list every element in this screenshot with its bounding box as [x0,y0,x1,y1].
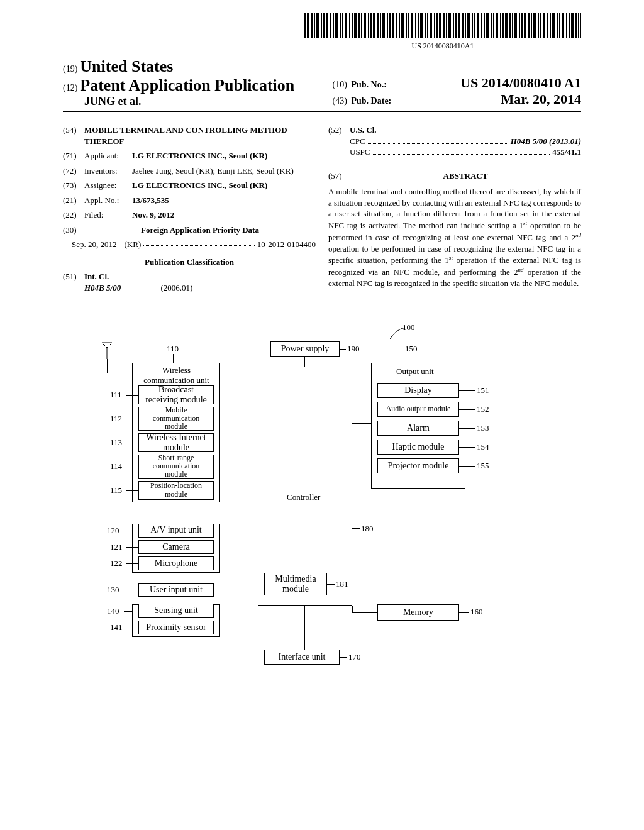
ref-152: 152 [477,404,489,414]
cpc-label: CPC [350,136,365,147]
abstract-num: (57) [328,170,350,182]
label-output: Output unit [396,367,434,377]
line [352,423,371,424]
line [126,628,138,628]
box-short-range: Short-range communication module [138,455,214,479]
foreign-num: (30) [63,224,84,236]
foreign-country: (KR) [125,239,142,250]
appl-no-label: Appl. No.: [84,195,132,206]
line [124,531,132,531]
antenna-icon [101,341,113,360]
applicant: LG ELECTRONICS INC., Seoul (KR) [132,150,316,162]
line [220,433,258,433]
doctype-line: (12) Patent Application Publication [63,76,322,95]
line [220,548,258,548]
pub-no-num: (10) [332,80,351,90]
title-field: (54) MOBILE TERMINAL AND CONTROLLING MET… [63,124,316,147]
ref-181: 181 [336,579,348,589]
line [352,606,353,613]
ref-110: 110 [167,344,179,354]
foreign-row: Sep. 20, 2012 (KR) 10-2012-0104400 [63,239,316,250]
appl-no-num: (21) [63,195,84,206]
line [327,584,335,585]
dots-icon [368,137,508,144]
left-col: (54) MOBILE TERMINAL AND CONTROLLING MET… [63,121,316,297]
line [126,563,138,564]
ref-114: 114 [110,462,122,472]
pub-class-title: Publication Classification [63,257,316,268]
foreign-app: 10-2012-0104400 [257,239,316,250]
ref-151: 151 [477,385,489,396]
line [214,590,258,590]
ref-170: 170 [348,652,361,662]
box-multimedia: Multimedia module [264,573,327,595]
assignee-label: Assignee: [84,180,132,191]
box-av-input: A/V input unit [138,524,214,538]
intcl-year: (2006.01) [160,283,192,292]
box-mobile-comm: Mobile communication module [138,407,214,431]
inventors-label: Inventors: [84,165,132,177]
box-microphone: Microphone [138,556,214,570]
title: MOBILE TERMINAL AND CONTROLLING METHOD T… [84,124,316,147]
line [304,357,305,367]
line [126,547,138,548]
pub-date-num: (43) [332,96,351,106]
filed-num: (22) [63,209,84,221]
ref-150: 150 [405,344,418,354]
filed-label: Filed: [84,209,132,221]
ref-122: 122 [110,558,123,568]
doctype: Patent Application Publication [80,76,294,94]
box-user-input: User input unit [138,583,214,597]
inventors-num: (72) [63,165,84,177]
assignee: LG ELECTRONICS INC., Seoul (KR) [132,180,316,191]
patent-page: US 20140080410A1 (19) United States (12)… [0,0,644,738]
ref-140: 140 [107,606,119,616]
intcl-label: Int. Cl. [84,272,109,281]
appl-no: 13/673,535 [132,195,316,206]
line [173,354,174,363]
box-interface: Interface unit [264,650,340,665]
line [126,419,138,419]
country: United States [80,57,173,75]
pub-date-label: Pub. Date: [351,96,391,106]
header-left: (19) United States (12) Patent Applicati… [63,57,322,108]
line [124,611,132,612]
ref-153: 153 [477,423,489,433]
barcode-icon [304,13,581,38]
cpc-row: CPC H04B 5/00 (2013.01) [350,136,581,147]
pub-no-label: Pub. No.: [351,80,386,90]
line [340,349,346,350]
appl-no-field: (21) Appl. No.: 13/673,535 [63,195,316,206]
header-right: (10) Pub. No.: US 2014/0080410 A1 (43) P… [332,57,581,108]
line [126,443,138,443]
intcl-field: (51) Int. Cl. H04B 5/00 (2006.01) [63,271,316,293]
barcode-number: US 20140080410A1 [304,42,581,51]
filed-field: (22) Filed: Nov. 9, 2012 [63,209,316,221]
uspc-row: USPC 455/41.1 [350,147,581,158]
line [107,359,108,373]
line [459,390,475,391]
foreign-date: Sep. 20, 2012 [72,239,117,250]
abstract-title: ABSTRACT [350,170,581,182]
line [126,467,138,467]
ref-190: 190 [347,344,360,354]
ref-160: 160 [470,607,483,617]
line [126,490,138,491]
line [411,354,411,363]
line [459,612,469,613]
intcl-code: H04B 5/00 [84,283,121,292]
line [459,466,475,467]
applicant-label: Applicant: [84,150,132,162]
line [459,447,475,448]
uscl-field: (52) U.S. Cl. CPC H04B 5/00 (2013.01) US… [328,124,581,158]
ref-113: 113 [110,438,122,448]
right-col: (52) U.S. Cl. CPC H04B 5/00 (2013.01) US… [328,121,581,297]
barcode-area: US 20140080410A1 [63,13,581,51]
ref-141: 141 [110,622,123,633]
box-camera: Camera [138,540,214,554]
line [340,657,347,658]
country-num: (19) [63,64,77,74]
applicant-field: (71) Applicant: LG ELECTRONICS INC., Seo… [63,150,316,162]
header: (19) United States (12) Patent Applicati… [63,57,581,112]
dots-icon [143,239,255,246]
